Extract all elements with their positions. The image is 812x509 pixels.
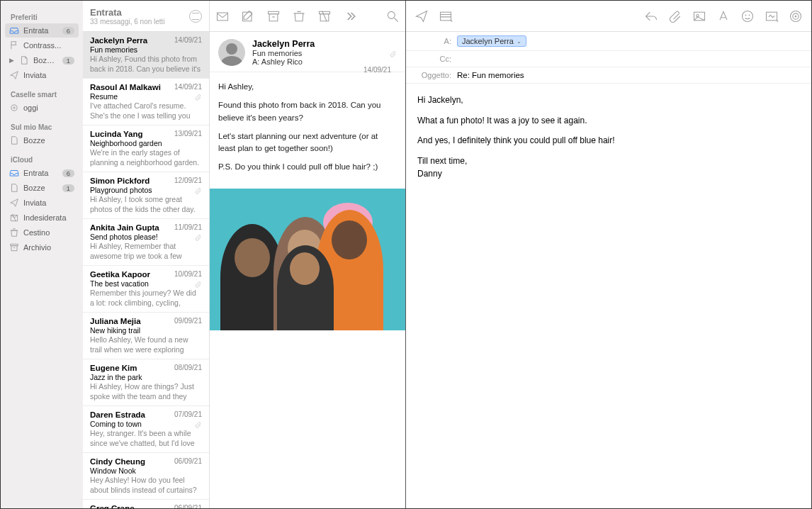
message-row[interactable]: Eugene Kim08/09/21Jazz in the parkHi Ash… [83,359,209,406]
msg-date: 14/09/21 [174,83,202,91]
message-row[interactable]: Rasoul Al Malkawi14/09/21ResumeI've atta… [83,79,209,125]
trash-icon[interactable] [292,9,306,23]
envelope-icon[interactable] [215,9,230,23]
body-line: Danny [417,167,800,181]
msg-preview: Hi Ashley, Found this photo from back in… [90,55,202,73]
markup-icon[interactable] [789,9,803,23]
emoji-icon[interactable] [740,9,755,23]
sidebar-item-sent[interactable]: Inviata [5,68,79,82]
photo-icon[interactable] [692,9,706,23]
body-line: What a fun photo! It was a joy to see it… [417,114,800,128]
sidebar-item-local-drafts[interactable]: Bozze [5,133,79,147]
msg-from: Geetika Kapoor [90,270,150,279]
inbox-icon [9,26,19,35]
msg-preview: Hi Ashley, How are things? Just spoke wi… [90,382,202,401]
sidebar-item-label: Archivio [23,243,74,252]
sidebar-item-drafts-all[interactable]: ▶ Bozze (t... 1 [5,53,79,67]
sidebar-item-icloud-drafts[interactable]: Bozze 1 [5,181,79,195]
msg-from: Rasoul Al Malkawi [90,83,161,91]
compose-body[interactable]: Hi Jackelyn, What a fun photo! It was a … [406,84,811,198]
junk-icon [9,213,19,223]
message-row[interactable]: Daren Estrada07/09/21Coming to townHey, … [83,406,209,453]
search-icon[interactable] [385,9,400,23]
msg-from: Eugene Kim [90,364,137,372]
compose-icon[interactable] [241,9,255,23]
format-icon[interactable] [716,9,731,23]
media-browser-icon[interactable] [765,9,779,23]
section-icloud: iCloud [11,156,80,164]
sidebar-item-icloud-junk[interactable]: Indesiderata [5,211,79,225]
sidebar-item-flagged[interactable]: Contrass... [5,38,79,52]
sidebar-item-inbox[interactable]: Entrata 6 [5,23,79,38]
msg-subject: Window Nook [90,466,202,475]
attachment-image[interactable] [210,189,405,330]
sidebar-item-label: Entrata [23,26,58,35]
paperclip-icon [195,421,202,428]
mailbox-subtitle: 33 messaggi, 6 non letti [90,18,165,26]
header-fields-icon[interactable] [439,9,453,23]
msg-from: Juliana Mejia [90,317,141,325]
compose-cc-row[interactable]: Cc: [406,51,811,67]
msg-from: Greg Crane [90,504,135,508]
msg-date: 07/09/21 [174,410,202,419]
filter-icon[interactable] [189,10,202,23]
junk-icon[interactable] [317,9,332,23]
message-subject: Fun memories [252,49,397,57]
msg-subject: Jazz in the park [90,373,202,381]
msg-from: Daren Estrada [90,410,145,419]
sidebar-item-today[interactable]: oggi [5,101,79,115]
sidebar-item-icloud-archive[interactable]: Archivio [5,240,79,254]
archive-icon[interactable] [266,9,281,23]
message-row[interactable]: Jackelyn Perra14/09/21Fun memoriesHi Ash… [83,32,209,79]
badge: 1 [62,57,74,65]
sidebar-item-icloud-trash[interactable]: Cestino [5,225,79,240]
svg-point-16 [795,16,796,17]
compose-to-row[interactable]: A: Jackelyn Perra⌄ [406,32,811,51]
msg-date: 12/09/21 [174,177,202,185]
chevron-right-icon: ▶ [9,57,16,64]
document-icon [9,183,19,193]
reading-pane: Jackelyn Perra Fun memories A: Ashley Ri… [210,1,406,508]
message-list[interactable]: Jackelyn Perra14/09/21Fun memoriesHi Ash… [83,32,209,508]
message-row[interactable]: Geetika Kapoor10/09/21The best vacationR… [83,266,209,313]
reply-icon[interactable] [644,9,658,23]
message-row[interactable]: Greg Crane06/09/21New ways to take your … [83,500,209,508]
sidebar-item-icloud-inbox[interactable]: Entrata 6 [5,166,79,180]
msg-date: 06/09/21 [174,457,202,466]
svg-point-15 [793,13,799,18]
svg-rect-2 [218,13,228,21]
message-row[interactable]: Juliana Mejia09/09/21New hiking trailHel… [83,313,209,359]
subject-value: Re: Fun memories [457,71,524,79]
body-line: Let's start planning our next adventure … [218,130,397,155]
message-row[interactable]: Simon Pickford12/09/21Playground photosH… [83,172,209,219]
gear-icon [9,103,19,113]
msg-from: Simon Pickford [90,177,150,185]
sent-icon [9,198,19,208]
paperclip-icon [195,281,202,288]
message-to: A: Ashley Rico [252,57,397,66]
message-toolbar [210,1,405,32]
svg-point-12 [749,14,750,15]
msg-subject: Neighborhood garden [90,139,202,147]
send-icon[interactable] [415,9,429,23]
sidebar-item-label: Entrata [23,169,58,177]
badge: 6 [62,27,74,35]
recipient-pill[interactable]: Jackelyn Perra⌄ [457,35,526,47]
body-line: Hi Jackelyn, [417,94,800,107]
msg-date: 06/09/21 [174,504,202,508]
more-icon[interactable] [343,9,357,23]
message-row[interactable]: Lucinda Yang13/09/21Neighborhood gardenW… [83,125,209,172]
paperclip-icon[interactable] [668,9,682,23]
msg-from: Jackelyn Perra [90,36,147,45]
sent-icon [9,70,19,80]
message-row[interactable]: Cindy Cheung06/09/21Window NookHey Ashle… [83,453,209,500]
section-onmac: Sul mio Mac [11,123,80,131]
msg-subject: The best vacation [90,279,202,288]
sidebar-item-icloud-sent[interactable]: Inviata [5,196,79,210]
svg-point-6 [388,11,395,18]
mailbox-title: Entrata [90,7,165,18]
message-row[interactable]: Ankita Jain Gupta11/09/21Send photos ple… [83,219,209,266]
svg-point-10 [743,11,753,21]
compose-subject-row[interactable]: Oggetto: Re: Fun memories [406,67,811,84]
list-header: Entrata 33 messaggi, 6 non letti [83,1,209,32]
